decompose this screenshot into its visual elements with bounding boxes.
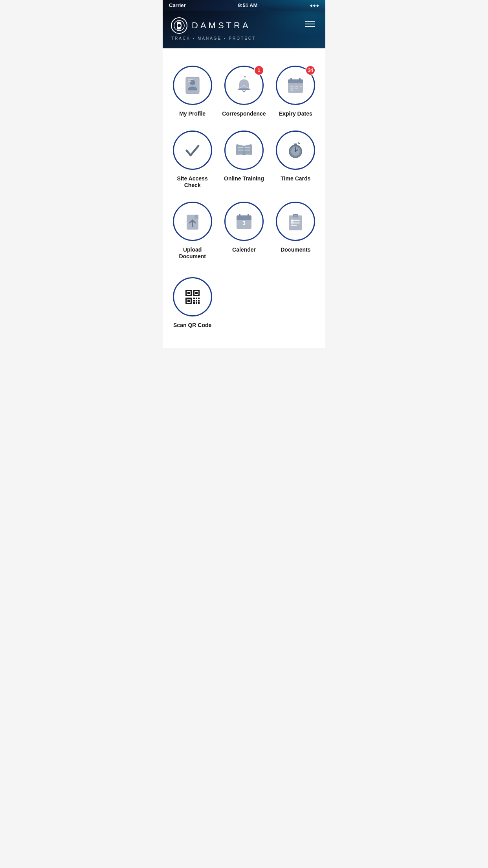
carrier-label: Carrier — [169, 2, 186, 8]
svg-rect-11 — [288, 82, 303, 83]
correspondence-icon-circle: 1 — [224, 66, 264, 105]
calender-label: Calender — [232, 246, 256, 253]
bottom-row: Scan QR Code — [167, 268, 321, 337]
svg-rect-47 — [187, 292, 190, 294]
svg-rect-12 — [290, 78, 292, 81]
calendar-icon: 3 — [234, 211, 254, 231]
svg-rect-15 — [290, 88, 294, 88]
svg-rect-8 — [238, 88, 250, 90]
status-bar: Carrier 9:51 AM ●●● — [163, 0, 325, 11]
hamburger-line-3 — [305, 26, 315, 27]
svg-point-5 — [190, 80, 195, 85]
profile-icon — [183, 75, 202, 95]
svg-rect-18 — [295, 88, 298, 88]
svg-rect-34 — [239, 214, 240, 217]
documents-icon-circle — [276, 202, 315, 241]
app-header: DAMSTRA TRACK • MANAGE • PROTECT — [163, 11, 325, 48]
svg-rect-57 — [196, 300, 197, 302]
svg-point-28 — [295, 151, 296, 152]
battery-icon: ●●● — [310, 2, 319, 8]
documents-label: Documents — [281, 246, 310, 253]
my-profile-label: My Profile — [179, 110, 205, 117]
grid-item-time-cards[interactable]: Time Cards — [270, 125, 321, 193]
svg-rect-23 — [294, 143, 297, 145]
grid-item-scan-qr-code[interactable]: Scan QR Code — [167, 272, 218, 333]
hamburger-line-2 — [305, 24, 315, 24]
site-access-check-icon-circle — [173, 131, 212, 170]
svg-rect-6 — [188, 79, 193, 80]
svg-rect-56 — [193, 300, 195, 302]
expiry-dates-icon-circle: 34 — [276, 66, 315, 105]
qrcode-icon — [183, 287, 202, 307]
expiry-dates-icon — [286, 75, 305, 95]
documents-icon — [286, 211, 305, 231]
checkmark-icon — [183, 140, 202, 160]
online-training-label: Online Training — [224, 175, 264, 182]
brand-name: DAMSTRA — [192, 20, 251, 31]
scan-qr-code-label: Scan QR Code — [173, 322, 211, 329]
time-cards-label: Time Cards — [281, 175, 310, 182]
site-access-check-label: Site Access Check — [170, 175, 215, 189]
main-content: My Profile 1 Correspondence — [163, 48, 325, 348]
svg-rect-24 — [298, 142, 301, 144]
svg-rect-39 — [294, 215, 297, 217]
svg-rect-55 — [196, 298, 197, 299]
timer-icon — [286, 140, 305, 160]
svg-rect-16 — [290, 90, 294, 90]
brand-tagline: TRACK • MANAGE • PROTECT — [171, 36, 256, 40]
grid-item-correspondence[interactable]: 1 Correspondence — [218, 60, 270, 121]
grid-item-upload-document[interactable]: Upload Document — [167, 196, 218, 264]
svg-point-2 — [178, 24, 181, 27]
app-grid: My Profile 1 Correspondence — [167, 56, 321, 268]
hamburger-menu-button[interactable] — [303, 18, 317, 29]
svg-rect-17 — [295, 86, 298, 86]
correspondence-icon — [234, 75, 254, 95]
grid-item-documents[interactable]: Documents — [270, 196, 321, 264]
upload-icon — [183, 211, 202, 231]
hamburger-line-1 — [305, 21, 315, 22]
scan-qr-code-icon-circle — [173, 277, 212, 316]
svg-rect-13 — [299, 78, 301, 81]
online-training-icon-circle — [224, 131, 264, 170]
my-profile-icon-circle — [173, 66, 212, 105]
grid-item-expiry-dates[interactable]: 34 Expiry Dates — [270, 60, 321, 121]
correspondence-badge: 1 — [254, 65, 264, 75]
expiry-dates-badge: 34 — [305, 65, 316, 75]
svg-rect-50 — [195, 292, 198, 294]
upload-document-label: Upload Document — [170, 246, 215, 260]
svg-rect-54 — [193, 298, 195, 299]
book-icon — [234, 140, 254, 160]
grid-item-my-profile[interactable]: My Profile — [167, 60, 218, 121]
svg-text:3: 3 — [242, 220, 246, 226]
upload-document-icon-circle — [173, 202, 212, 241]
svg-rect-19 — [300, 86, 302, 86]
svg-rect-62 — [198, 302, 200, 304]
time-label: 9:51 AM — [238, 2, 257, 8]
damstra-logo-icon — [171, 17, 188, 34]
grid-item-site-access-check[interactable]: Site Access Check — [167, 125, 218, 193]
svg-rect-35 — [248, 214, 249, 217]
logo-row: DAMSTRA — [171, 17, 256, 34]
svg-rect-14 — [290, 86, 294, 86]
svg-rect-30 — [194, 215, 198, 219]
expiry-dates-label: Expiry Dates — [279, 110, 312, 117]
svg-rect-42 — [291, 225, 297, 226]
svg-rect-58 — [198, 298, 200, 299]
grid-item-calender[interactable]: 3 Calender — [218, 196, 270, 264]
time-cards-icon-circle — [276, 131, 315, 170]
correspondence-label: Correspondence — [222, 110, 266, 117]
svg-rect-7 — [188, 81, 191, 82]
svg-rect-53 — [187, 300, 190, 302]
calender-icon-circle: 3 — [224, 202, 264, 241]
brand-section: DAMSTRA TRACK • MANAGE • PROTECT — [171, 17, 256, 40]
svg-rect-61 — [196, 302, 197, 304]
svg-rect-59 — [198, 300, 200, 302]
grid-item-online-training[interactable]: Online Training — [218, 125, 270, 193]
svg-rect-60 — [193, 302, 195, 304]
